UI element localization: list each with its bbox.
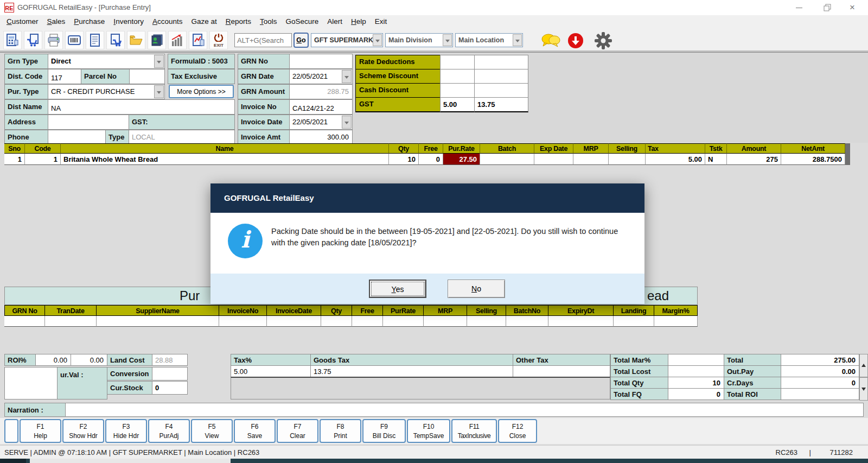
chevron-down-icon[interactable]: [513, 34, 522, 46]
yes-button[interactable]: Yes: [369, 280, 426, 298]
f8-print-button[interactable]: F8Print: [320, 419, 361, 443]
minimize-icon[interactable]: [787, 0, 812, 15]
gear-icon[interactable]: [594, 31, 612, 52]
f5-view-button[interactable]: F5View: [191, 419, 233, 443]
hcol-qty[interactable]: Qty: [321, 305, 352, 316]
menu-help[interactable]: Help: [347, 15, 371, 29]
search-input[interactable]: [234, 33, 292, 47]
chevron-down-icon[interactable]: [154, 55, 164, 68]
print-icon[interactable]: [44, 31, 63, 49]
narration-input[interactable]: [65, 403, 864, 417]
menu-accounts[interactable]: Accounts: [148, 15, 187, 29]
no-button[interactable]: No: [448, 280, 505, 298]
location-select[interactable]: Main Location: [455, 33, 523, 47]
hcol-trandate[interactable]: TranDate: [45, 305, 97, 316]
f2-show-hdr-button[interactable]: F2Show Hdr: [62, 419, 104, 443]
grn-no-input[interactable]: [289, 54, 353, 69]
f9-bill-disc-button[interactable]: F9Bill Disc: [362, 419, 406, 443]
contacts-icon[interactable]: [148, 31, 166, 49]
hcol-margin[interactable]: Margin%: [654, 305, 698, 316]
f6-save-button[interactable]: F6Save: [234, 419, 276, 443]
col-mrp[interactable]: MRP: [573, 143, 609, 154]
col-name[interactable]: Name: [61, 143, 389, 154]
purchase-cart-icon[interactable]: [106, 31, 125, 49]
dist-name-input[interactable]: [48, 99, 235, 115]
pur-type-select[interactable]: CR - CREDIT PURCHASE: [48, 84, 165, 99]
restore-icon[interactable]: [815, 0, 840, 15]
chevron-down-icon[interactable]: [443, 34, 452, 46]
col-purrate[interactable]: Pur.Rate: [443, 143, 480, 154]
parcel-no-input[interactable]: [129, 69, 165, 84]
grn-type-select[interactable]: Direct: [48, 54, 165, 69]
hcol-mrp[interactable]: MRP: [424, 305, 467, 316]
folder-open-icon[interactable]: [127, 31, 145, 49]
chart-icon[interactable]: [168, 31, 187, 49]
phone-input[interactable]: [48, 130, 106, 145]
f4-puradj-button[interactable]: F4PurAdj: [148, 419, 190, 443]
f11-taxinclusive-button[interactable]: F11TaxInclusive: [451, 419, 497, 443]
chat-icon[interactable]: [540, 33, 561, 51]
pur-val-input[interactable]: [4, 367, 58, 399]
menu-gosecure[interactable]: GoSecure: [282, 15, 323, 29]
hcol-suppliername[interactable]: SupplierName: [97, 305, 219, 316]
col-amount[interactable]: Amount: [727, 143, 781, 154]
hcol-grnno[interactable]: GRN No: [4, 305, 45, 316]
go-button[interactable]: Go: [293, 33, 309, 48]
hcol-invoiceno[interactable]: InvoiceNo: [219, 305, 267, 316]
col-tax[interactable]: Tax: [646, 143, 705, 154]
sales-cart-icon[interactable]: [24, 31, 42, 49]
menu-tools[interactable]: Tools: [256, 15, 282, 29]
menu-purchase[interactable]: Purchase: [69, 15, 109, 29]
close-icon[interactable]: ×: [840, 0, 865, 15]
invoice-icon[interactable]: [86, 31, 104, 49]
hcol-invoicedate[interactable]: InvoiceDate: [267, 305, 321, 316]
col-sno[interactable]: Sno: [4, 143, 25, 154]
menu-customer[interactable]: Customer: [2, 15, 43, 29]
menu-sales[interactable]: Sales: [43, 15, 70, 29]
hcol-free[interactable]: Free: [352, 305, 383, 316]
col-free[interactable]: Free: [419, 143, 443, 154]
download-icon[interactable]: [567, 33, 584, 51]
division-select[interactable]: Main Division: [385, 33, 453, 47]
f1-help-button[interactable]: F1Help: [20, 419, 61, 443]
col-batch[interactable]: Batch: [480, 143, 534, 154]
report-icon[interactable]: [189, 31, 207, 49]
hcol-purrate[interactable]: PurRate: [383, 305, 424, 316]
f12-close-button[interactable]: F12Close: [498, 419, 537, 443]
store-select[interactable]: GFT SUPERMARKI: [311, 33, 383, 47]
ledger-icon[interactable]: [3, 31, 22, 49]
menu-alert[interactable]: Alert: [323, 15, 347, 29]
menu-exit[interactable]: Exit: [371, 15, 392, 29]
dist-code-input[interactable]: [48, 69, 81, 84]
f7-clear-button[interactable]: F7Clear: [277, 419, 318, 443]
menu-gaze-at[interactable]: Gaze at: [187, 15, 221, 29]
barcode-icon[interactable]: [65, 31, 84, 49]
address-input[interactable]: [48, 115, 129, 130]
col-code[interactable]: Code: [25, 143, 61, 154]
invoice-no-input[interactable]: [289, 99, 353, 115]
col-netamt[interactable]: NetAmt: [781, 143, 845, 154]
item-row[interactable]: 1 1 Britania Whole Wheat Bread 10 0 27.5…: [4, 154, 845, 165]
chevron-down-icon[interactable]: [342, 70, 352, 83]
col-expdate[interactable]: Exp Date: [534, 143, 573, 154]
scroll-down-icon[interactable]: [859, 377, 868, 401]
chevron-down-icon[interactable]: [373, 34, 382, 46]
hcol-selling[interactable]: Selling: [467, 305, 506, 316]
more-options-button[interactable]: More Options >>: [169, 85, 234, 98]
scroll-up-icon[interactable]: [859, 354, 868, 377]
col-selling[interactable]: Selling: [609, 143, 646, 154]
f3-hide-hdr-button[interactable]: F3Hide Hdr: [105, 419, 147, 443]
menu-inventory[interactable]: Inventory: [109, 15, 148, 29]
grn-date-picker[interactable]: 22/05/2021: [289, 69, 353, 84]
exit-power-icon[interactable]: EXIT: [209, 31, 228, 49]
chevron-down-icon[interactable]: [342, 116, 352, 129]
totals-scrollbar[interactable]: [859, 354, 868, 401]
hcol-batchno[interactable]: BatchNo: [506, 305, 548, 316]
col-qty[interactable]: Qty: [389, 143, 419, 154]
col-tstk[interactable]: Tstk: [705, 143, 727, 154]
hcol-expirydt[interactable]: ExpiryDt: [548, 305, 614, 316]
f10-tempsave-button[interactable]: F10TempSave: [407, 419, 450, 443]
invoice-date-picker[interactable]: 22/05/2021: [289, 115, 353, 130]
chevron-down-icon[interactable]: [154, 85, 164, 98]
menu-reports[interactable]: Reports: [221, 15, 256, 29]
